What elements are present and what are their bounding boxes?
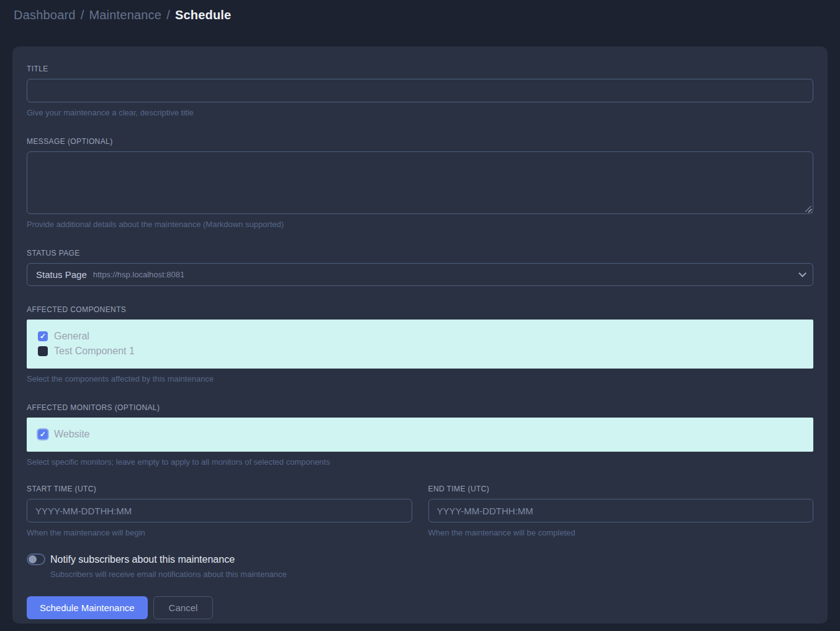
breadcrumb-current: Schedule <box>175 8 232 22</box>
topbar: Dashboard/Maintenance/Schedule <box>0 0 840 30</box>
components-helper: Select the components affected by this m… <box>27 374 813 383</box>
monitors-checkbox-panel: ✓Website <box>27 418 813 452</box>
checkbox-label: Test Component 1 <box>54 346 135 357</box>
status-page-field-group: STATUS PAGE Status Page https://hsp.loca… <box>27 249 813 286</box>
checkbox-row: ✓Website <box>38 427 802 442</box>
title-helper: Give your maintenance a clear, descripti… <box>27 108 813 117</box>
breadcrumb-link[interactable]: Dashboard <box>14 8 76 22</box>
title-field-group: TITLE Give your maintenance a clear, des… <box>27 65 813 117</box>
checkbox-row: ✓General <box>38 329 802 344</box>
checkbox-row: ✓Test Component 1 <box>38 344 802 359</box>
monitors-field-group: AFFECTED MONITORS (OPTIONAL) ✓Website Se… <box>27 403 813 467</box>
monitors-label: AFFECTED MONITORS (OPTIONAL) <box>27 403 813 412</box>
checkbox-checked[interactable]: ✓ <box>38 331 48 341</box>
checkmark-icon: ✓ <box>40 333 46 340</box>
checkbox-checked[interactable]: ✓ <box>38 429 48 439</box>
cancel-button[interactable]: Cancel <box>153 596 214 619</box>
start-time-field-group: START TIME (UTC) When the maintenance wi… <box>27 485 412 537</box>
notify-toggle-label: Notify subscribers about this maintenanc… <box>50 554 235 565</box>
breadcrumb: Dashboard/Maintenance/Schedule <box>14 8 231 22</box>
form-actions: Schedule Maintenance Cancel <box>27 596 813 619</box>
notify-helper: Subscribers will receive email notificat… <box>50 570 813 579</box>
checkmark-icon: ✓ <box>40 431 46 438</box>
notify-toggle[interactable] <box>27 553 45 565</box>
start-time-label: START TIME (UTC) <box>27 485 412 493</box>
message-field-group: MESSAGE (OPTIONAL) Provide additional de… <box>27 137 813 229</box>
components-checkbox-panel: ✓General✓Test Component 1 <box>27 320 813 369</box>
status-page-selected-name: Status Page <box>36 269 87 280</box>
breadcrumb-separator: / <box>166 8 170 22</box>
schedule-maintenance-form-card: TITLE Give your maintenance a clear, des… <box>12 47 828 624</box>
breadcrumb-separator: / <box>81 8 84 22</box>
checkbox-unchecked[interactable]: ✓ <box>38 346 48 356</box>
end-time-helper: When the maintenance will be completed <box>428 528 814 537</box>
components-label: AFFECTED COMPONENTS <box>27 305 813 314</box>
status-page-label: STATUS PAGE <box>27 249 813 257</box>
end-time-label: END TIME (UTC) <box>428 485 814 493</box>
notify-toggle-group: Notify subscribers about this maintenanc… <box>27 553 813 579</box>
status-page-selected-url: https://hsp.localhost:8081 <box>93 270 184 279</box>
message-textarea[interactable] <box>27 151 813 214</box>
start-time-helper: When the maintenance will begin <box>27 528 412 537</box>
end-time-field-group: END TIME (UTC) When the maintenance will… <box>428 485 814 537</box>
components-field-group: AFFECTED COMPONENTS ✓General✓Test Compon… <box>27 305 813 383</box>
checkbox-label: Website <box>54 429 90 440</box>
toggle-knob <box>29 555 37 563</box>
monitors-helper: Select specific monitors; leave empty to… <box>27 457 813 467</box>
title-label: TITLE <box>27 65 813 73</box>
start-time-input[interactable] <box>27 499 412 522</box>
title-input[interactable] <box>27 79 813 102</box>
end-time-input[interactable] <box>428 499 814 522</box>
message-helper: Provide additional details about the mai… <box>27 220 813 229</box>
checkbox-label: General <box>54 331 89 342</box>
breadcrumb-link[interactable]: Maintenance <box>89 8 161 22</box>
message-label: MESSAGE (OPTIONAL) <box>27 137 813 146</box>
chevron-down-icon <box>798 269 806 277</box>
schedule-maintenance-button[interactable]: Schedule Maintenance <box>27 596 148 619</box>
status-page-select[interactable]: Status Page https://hsp.localhost:8081 <box>27 263 813 286</box>
time-fields-row: START TIME (UTC) When the maintenance wi… <box>27 485 813 537</box>
